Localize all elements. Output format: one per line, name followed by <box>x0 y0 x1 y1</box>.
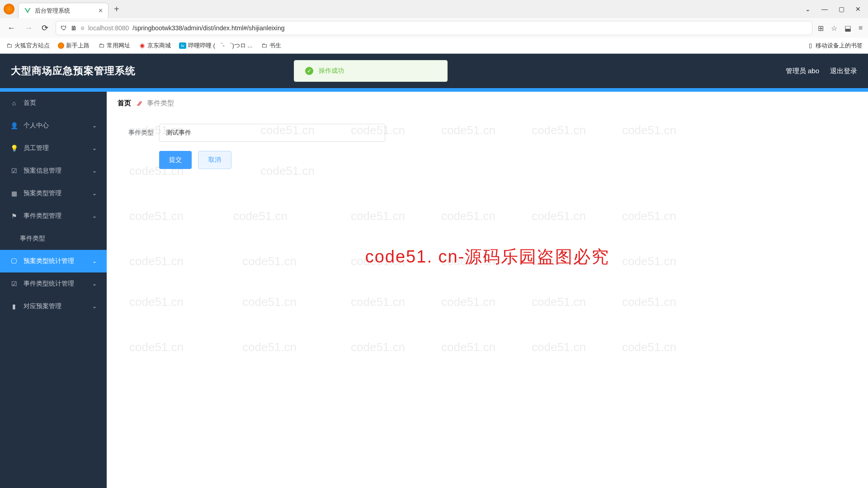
bookmark-item[interactable]: ◉京东商城 <box>138 42 171 50</box>
sidebar-item-label: 预案类型统计管理 <box>24 257 74 265</box>
flag-icon: ⚑ <box>10 212 18 220</box>
address-bar: ← → ⟳ 🛡 🗎 ⊘ localhost:8080/springbootwk3… <box>0 18 868 38</box>
shield-icon: 🛡 <box>61 24 67 32</box>
bookmark-item[interactable]: 🗀书生 <box>260 42 281 50</box>
sidebar-item-profile[interactable]: 👤 个人中心 ⌄ <box>0 114 107 137</box>
sidebar-item-response-plan[interactable]: ▮ 对应预案管理 ⌄ <box>0 295 107 318</box>
back-button[interactable]: ← <box>5 22 17 35</box>
cancel-button[interactable]: 取消 <box>198 151 231 169</box>
chevron-down-icon: ⌄ <box>92 281 97 287</box>
firefox-icon <box>58 42 64 49</box>
chevron-down-icon: ⌄ <box>92 258 97 264</box>
breadcrumb-separator-icon: ⫽ <box>136 99 142 107</box>
forward-button[interactable]: → <box>23 22 34 35</box>
logout-button[interactable]: 退出登录 <box>830 67 857 75</box>
event-type-input[interactable] <box>159 124 385 142</box>
dropdown-icon[interactable]: ⌄ <box>805 5 811 13</box>
url-path: /springbootwk338/admin/dist/index.html#/… <box>132 24 284 32</box>
sidebar-item-event-type[interactable]: ⚑ 事件类型管理 ⌄ <box>0 205 107 227</box>
watermark-text: code51. cn-源码乐园盗图必究 <box>365 245 610 268</box>
mobile-bookmarks[interactable]: ▯移动设备上的书签 <box>807 42 863 50</box>
sidebar-item-home[interactable]: ⌂ 首页 <box>0 92 107 114</box>
sidebar: ⌂ 首页 👤 个人中心 ⌄ 💡 员工管理 ⌄ ☑ 预案信息管理 ⌄ ▦ 预案类型… <box>0 92 107 488</box>
chevron-down-icon: ⌄ <box>92 122 97 129</box>
qr-icon[interactable]: ⊞ <box>818 24 824 33</box>
close-icon[interactable]: × <box>99 7 103 15</box>
sidebar-item-label: 首页 <box>24 99 36 107</box>
vue-icon <box>24 7 31 14</box>
browser-tab[interactable]: 后台管理系统 × <box>18 3 108 18</box>
connection-icon: ⊘ <box>80 25 85 31</box>
form-buttons: 提交 取消 <box>159 151 857 169</box>
breadcrumb: 首页 ⫽ 事件类型 <box>107 92 868 115</box>
grid-icon: ▦ <box>10 190 18 197</box>
user-icon: 👤 <box>10 122 18 129</box>
bars-icon: ▮ <box>10 303 18 310</box>
close-window-icon[interactable]: ✕ <box>855 5 861 13</box>
bilibili-icon: tv <box>179 42 186 49</box>
bulb-icon: 💡 <box>10 145 18 152</box>
main-content: code51.cn code51.cn code51.cn code51.cn … <box>107 92 868 488</box>
url-input[interactable]: 🛡 🗎 ⊘ localhost:8080/springbootwk338/adm… <box>56 21 812 35</box>
success-toast: ✓ 操作成功 <box>294 60 448 82</box>
folder-icon: 🗀 <box>260 42 268 49</box>
sidebar-item-event-stats[interactable]: ☑ 事件类型统计管理 ⌄ <box>0 272 107 295</box>
sidebar-item-label: 员工管理 <box>24 144 49 152</box>
sidebar-item-label: 个人中心 <box>24 122 49 130</box>
new-tab-button[interactable]: + <box>114 4 119 14</box>
sidebar-item-label: 预案类型管理 <box>24 189 61 197</box>
window-controls: ⌄ — ▢ ✕ <box>805 5 868 13</box>
app-title: 大型商场应急预案管理系统 <box>11 64 136 78</box>
sidebar-item-label: 对应预案管理 <box>24 302 61 310</box>
folder-icon: 🗀 <box>98 42 105 49</box>
user-label[interactable]: 管理员 abo <box>786 67 819 75</box>
url-host: localhost:8080 <box>88 24 129 32</box>
info-icon: 🗎 <box>71 24 77 32</box>
bookmark-item[interactable]: tv哔哩哔哩 ( ゜- ゜)つロ ... <box>179 42 252 50</box>
sidebar-item-staff[interactable]: 💡 员工管理 ⌄ <box>0 137 107 160</box>
check-icon: ☑ <box>10 167 18 174</box>
tab-bar: 后台管理系统 × + ⌄ — ▢ ✕ <box>0 0 868 18</box>
sidebar-item-label: 事件类型管理 <box>24 212 61 220</box>
bookmark-item[interactable]: 🗀火狐官方站点 <box>5 42 50 50</box>
app-header: 大型商场应急预案管理系统 ✓ 操作成功 管理员 abo 退出登录 <box>0 54 868 88</box>
chevron-down-icon: ⌄ <box>92 168 97 174</box>
sidebar-item-plan-info[interactable]: ☑ 预案信息管理 ⌄ <box>0 160 107 182</box>
mobile-icon: ▯ <box>807 42 814 49</box>
chevron-down-icon: ⌄ <box>92 190 97 197</box>
sidebar-item-plan-type[interactable]: ▦ 预案类型管理 ⌄ <box>0 182 107 205</box>
breadcrumb-current: 事件类型 <box>147 99 174 108</box>
home-icon: ⌂ <box>10 99 18 107</box>
sidebar-item-plan-stats[interactable]: 🖵 预案类型统计管理 ⌄ <box>0 250 107 272</box>
sidebar-item-label: 预案信息管理 <box>24 167 61 175</box>
firefox-logo-icon <box>4 4 14 14</box>
check-circle-icon: ✓ <box>305 67 313 75</box>
toast-message: 操作成功 <box>319 67 344 75</box>
check-icon: ☑ <box>10 280 18 287</box>
minimize-icon[interactable]: — <box>821 5 828 13</box>
sidebar-item-label: 事件类型 <box>20 235 45 243</box>
breadcrumb-home[interactable]: 首页 <box>118 99 131 108</box>
extension-icon[interactable]: ⬓ <box>844 24 851 33</box>
chevron-down-icon: ⌄ <box>92 213 97 219</box>
maximize-icon[interactable]: ▢ <box>839 5 844 13</box>
submit-button[interactable]: 提交 <box>159 151 192 169</box>
tab-title: 后台管理系统 <box>35 7 99 15</box>
browser-chrome: 后台管理系统 × + ⌄ — ▢ ✕ ← → ⟳ 🛡 🗎 ⊘ localhost… <box>0 0 868 54</box>
form-row-event-type: 事件类型 <box>118 124 857 142</box>
accent-bar <box>0 88 868 92</box>
sidebar-item-label: 事件类型统计管理 <box>24 280 74 288</box>
bookmark-item[interactable]: 🗀常用网址 <box>98 42 130 50</box>
refresh-button[interactable]: ⟳ <box>40 21 50 35</box>
form-area: 事件类型 提交 取消 <box>107 115 868 187</box>
chevron-down-icon: ⌄ <box>92 145 97 151</box>
bookmark-item[interactable]: 新手上路 <box>58 42 90 50</box>
menu-icon[interactable]: ≡ <box>859 24 863 33</box>
sidebar-subitem-event-type[interactable]: 事件类型 <box>0 227 107 250</box>
star-icon[interactable]: ☆ <box>831 24 837 33</box>
chevron-down-icon: ⌄ <box>92 303 97 310</box>
monitor-icon: 🖵 <box>10 258 18 265</box>
form-label: 事件类型 <box>118 129 154 137</box>
bookmarks-bar: 🗀火狐官方站点 新手上路 🗀常用网址 ◉京东商城 tv哔哩哔哩 ( ゜- ゜)つ… <box>0 38 868 53</box>
jd-icon: ◉ <box>138 42 146 49</box>
